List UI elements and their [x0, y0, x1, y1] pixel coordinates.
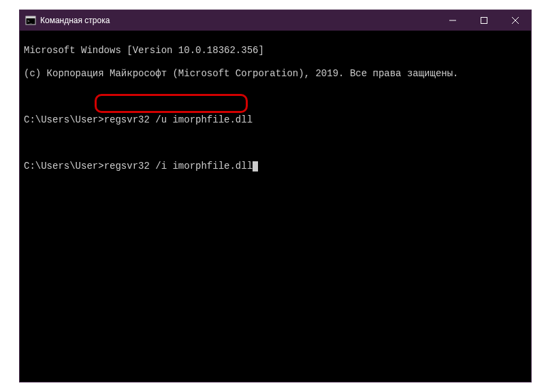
cmd-icon: >_: [25, 15, 36, 26]
command-text: regsvr32 /i imorphfile.dll: [104, 161, 253, 172]
close-button[interactable]: [500, 10, 531, 31]
command-line-1: C:\Users\User>regsvr32 /u imorphfile.dll: [24, 114, 527, 126]
minimize-button[interactable]: [437, 10, 468, 31]
svg-rect-4: [481, 18, 487, 24]
terminal-output[interactable]: Microsoft Windows [Version 10.0.18362.35…: [20, 31, 531, 198]
command-text: regsvr32 /u imorphfile.dll: [104, 114, 253, 125]
blank-line: [24, 91, 527, 103]
copyright-line: (c) Корпорация Майкрософт (Microsoft Cor…: [24, 68, 527, 80]
command-prompt-window: >_ Командная строка Microsoft Windows [V…: [19, 10, 532, 382]
prompt: C:\Users\User>: [24, 161, 104, 172]
window-controls: [437, 10, 531, 31]
window-title: Командная строка: [40, 16, 437, 25]
svg-text:>_: >_: [27, 18, 33, 24]
titlebar[interactable]: >_ Командная строка: [20, 10, 531, 31]
maximize-button[interactable]: [468, 10, 500, 31]
blank-line: [24, 137, 527, 149]
cursor: [253, 161, 258, 172]
version-line: Microsoft Windows [Version 10.0.18362.35…: [24, 45, 527, 56]
prompt: C:\Users\User>: [24, 114, 104, 125]
command-line-2: C:\Users\User>regsvr32 /i imorphfile.dll: [24, 161, 527, 172]
